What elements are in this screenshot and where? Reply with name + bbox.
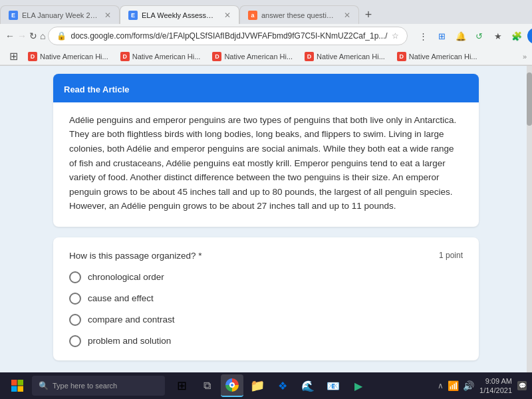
app6-icon: 📧 xyxy=(327,380,340,392)
taskbar-clock[interactable]: 9:09 AM 1/14/2021 xyxy=(479,376,512,396)
bookmarks-overflow[interactable]: » xyxy=(523,53,527,61)
new-tab-button[interactable]: + xyxy=(359,5,378,24)
bookmark-3-icon: D xyxy=(212,52,221,61)
dropbox-icon: ❖ xyxy=(278,380,287,392)
address-bar[interactable]: 🔒 docs.google.com/forms/d/e/1FAlpQLSfSIA… xyxy=(48,27,407,45)
bookmark-5[interactable]: D Native American Hi... xyxy=(392,51,483,63)
edge-icon: 🌊 xyxy=(301,380,315,392)
bookmark-2[interactable]: D Native American Hi... xyxy=(115,51,206,63)
refresh-button[interactable]: ↻ xyxy=(29,27,37,45)
svg-rect-0 xyxy=(11,380,17,386)
taskbar-explorer[interactable]: 📁 xyxy=(246,374,269,397)
radio-chronological[interactable] xyxy=(69,271,81,283)
nav-bar: ← → ↻ ⌂ 🔒 docs.google.com/forms/d/e/1FAl… xyxy=(0,24,532,48)
forward-nav-button[interactable]: → xyxy=(17,27,27,45)
taskbar-system-icons: ∧ 📶 🔊 xyxy=(438,380,474,391)
taskbar-edge[interactable]: 🌊 xyxy=(297,374,319,397)
bookmark-2-label: Native American Hi... xyxy=(132,53,201,61)
bookmark-apps-icon: D xyxy=(28,52,37,61)
question-points: 1 point xyxy=(439,251,463,260)
taskbar-app7[interactable]: ▶ xyxy=(347,374,370,397)
extensions-puzzle[interactable]: 🧩 xyxy=(509,28,525,44)
svg-rect-1 xyxy=(18,380,24,386)
lock-icon: 🔒 xyxy=(57,31,66,41)
taskbar-search-icon: 🔍 xyxy=(39,381,49,390)
bookmarks-bar: ⊞ D Native American Hi... D Native Ameri… xyxy=(0,48,532,65)
app7-icon: ▶ xyxy=(354,380,362,392)
question-text: How is this passage organized? * xyxy=(69,251,202,261)
chrome-icon xyxy=(225,378,239,392)
passage-header: Read the Article xyxy=(53,78,479,102)
taskbar-date-display: 1/14/2021 xyxy=(479,386,512,395)
explorer-icon: 📁 xyxy=(250,378,265,393)
taskbar-right: ∧ 📶 🔊 9:09 AM 1/14/2021 💬 xyxy=(438,376,527,396)
tab-icon-2: E xyxy=(128,11,138,20)
sync-icon[interactable]: ↺ xyxy=(471,28,487,44)
option-cause-effect[interactable]: cause and effect xyxy=(69,293,463,305)
option-compare-contrast[interactable]: compare and contrast xyxy=(69,314,463,326)
tab-label-1: ELA January Week 2 Quiz xyxy=(22,11,98,19)
tab-close-2[interactable]: ✕ xyxy=(224,11,231,20)
tab-icon-1: E xyxy=(9,11,18,20)
options-list: chronological order cause and effect com… xyxy=(69,271,463,347)
apps-grid-icon[interactable]: ⊞ xyxy=(5,49,21,65)
notifications-icon[interactable]: 🔔 xyxy=(453,28,469,44)
taskbar-multidesktop[interactable]: ⧉ xyxy=(196,374,218,397)
scrollbar-thumb[interactable] xyxy=(527,72,532,126)
nav-icons: ⋮ ⊞ 🔔 ↺ ★ 🧩 J ⋮ xyxy=(416,28,532,44)
svg-rect-3 xyxy=(18,386,24,392)
option-cause-effect-label: cause and effect xyxy=(88,293,154,303)
bookmark-5-icon: D xyxy=(397,52,406,61)
radio-cause-effect[interactable] xyxy=(69,293,81,305)
extensions-icon[interactable]: ⋮ xyxy=(416,28,432,44)
option-chronological[interactable]: chronological order xyxy=(69,271,463,283)
chevron-up-icon[interactable]: ∧ xyxy=(438,381,444,390)
option-compare-contrast-label: compare and contrast xyxy=(88,315,175,325)
taskbar: 🔍 Type here to search ⊞ ⧉ 📁 ❖ 🌊 📧 ▶ xyxy=(0,372,532,399)
question-header: How is this passage organized? * 1 point xyxy=(69,251,463,261)
profile-button[interactable]: J xyxy=(527,28,532,44)
option-problem-solution-label: problem and solution xyxy=(88,336,171,346)
question-card: How is this passage organized? * 1 point… xyxy=(53,237,479,360)
taskbar-app6[interactable]: 📧 xyxy=(322,374,344,397)
tab-close-3[interactable]: ✕ xyxy=(344,11,350,20)
tab-ela-weekly[interactable]: E ELA Weekly Assessment ✕ xyxy=(120,5,239,24)
page-content: Read the Article Adélie penguins and emp… xyxy=(0,66,532,398)
start-button[interactable] xyxy=(5,374,29,398)
tab-label-2: ELA Weekly Assessment xyxy=(142,11,217,19)
apps-icon[interactable]: ⊞ xyxy=(434,28,450,44)
passage-text: Adélie penguins and emperor penguins are… xyxy=(69,113,463,213)
bookmark-3[interactable]: D Native American Hi... xyxy=(207,51,298,63)
radio-compare-contrast[interactable] xyxy=(69,314,81,326)
taskbar-dropbox[interactable]: ❖ xyxy=(271,374,294,397)
bookmark-4[interactable]: D Native American Hi... xyxy=(299,51,390,63)
taskbar-search-box[interactable]: 🔍 Type here to search xyxy=(32,376,165,396)
tab-icon-3: a xyxy=(248,11,257,20)
taskbar-cortana[interactable]: ⊞ xyxy=(170,374,193,397)
bookmark-5-label: Native American Hi... xyxy=(409,53,477,61)
browser-chrome: E ELA January Week 2 Quiz ✕ E ELA Weekly… xyxy=(0,0,532,66)
tab-answer[interactable]: a answer these questions - Brainy... ✕ xyxy=(239,5,359,24)
bookmark-2-icon: D xyxy=(120,52,130,61)
notification-center[interactable]: 💬 xyxy=(517,381,527,390)
radio-problem-solution[interactable] xyxy=(69,335,81,347)
scrollbar[interactable] xyxy=(527,66,532,398)
taskbar-chrome[interactable] xyxy=(221,374,243,397)
tab-bar: E ELA January Week 2 Quiz ✕ E ELA Weekly… xyxy=(0,0,532,24)
svg-rect-2 xyxy=(11,386,17,392)
tab-close-1[interactable]: ✕ xyxy=(104,11,111,20)
home-button[interactable]: ⌂ xyxy=(40,27,45,45)
bookmark-3-label: Native American Hi... xyxy=(224,53,293,61)
taskbar-search-text: Type here to search xyxy=(53,382,117,390)
windows-logo-icon xyxy=(11,379,24,392)
star-icon[interactable]: ☆ xyxy=(392,31,399,41)
bookmark-icon[interactable]: ★ xyxy=(490,28,506,44)
option-problem-solution[interactable]: problem and solution xyxy=(69,335,463,347)
passage-card: Read the Article Adélie penguins and emp… xyxy=(53,74,479,227)
address-text: docs.google.com/forms/d/e/1FAlpQLSfSIAfI… xyxy=(70,31,387,41)
volume-icon[interactable]: 🔊 xyxy=(463,380,474,391)
back-nav-button[interactable]: ← xyxy=(5,27,15,45)
bookmark-apps[interactable]: D Native American Hi... xyxy=(23,51,114,63)
tab-ela-quiz[interactable]: E ELA January Week 2 Quiz ✕ xyxy=(0,5,120,24)
network-icon[interactable]: 📶 xyxy=(448,380,459,391)
